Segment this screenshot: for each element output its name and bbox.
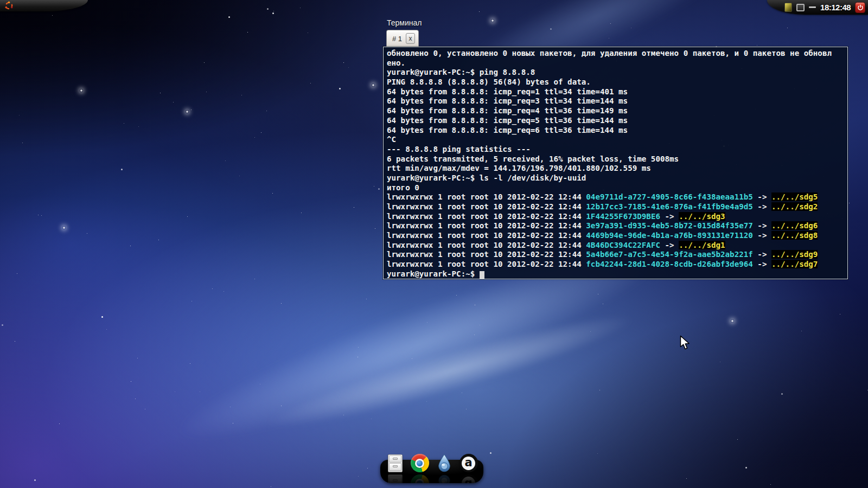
- dock-item-chrome: [411, 474, 429, 483]
- nebula-streak: [261, 296, 640, 447]
- a-letter-icon: a: [459, 474, 478, 483]
- dock-item-file-manager: [386, 474, 405, 483]
- terminal-window-title: Терминал: [383, 17, 848, 30]
- chrome-icon: [411, 454, 429, 472]
- terminal-line: lrwxrwxrwx 1 root root 10 2012-02-22 12:…: [387, 202, 844, 212]
- dock-item-a-app: a: [459, 474, 478, 483]
- bright-star: [372, 84, 375, 87]
- terminal-tab-bar: # 1 x: [383, 30, 848, 47]
- terminal-line: обновлено 0, установлено 0 новых пакетов…: [387, 49, 844, 59]
- terminal-line: lrwxrwxrwx 1 root root 10 2012-02-22 12:…: [387, 231, 844, 241]
- terminal-line: 64 bytes from 8.8.8.8: icmp_req=4 ttl=36…: [387, 106, 844, 116]
- terminal-line: yurark@yurark-PC:~$ ping 8.8.8.8: [387, 68, 844, 78]
- terminal-line: yurark@yurark-PC:~$ ls -l /dev/disk/by-u…: [387, 174, 844, 183]
- terminal-line: ^C: [387, 135, 844, 145]
- terminal-line: lrwxrwxrwx 1 root root 10 2012-02-22 12:…: [387, 260, 844, 269]
- dock-item-deluge: [435, 474, 454, 483]
- terminal-line: lrwxrwxrwx 1 root root 10 2012-02-22 12:…: [387, 241, 844, 251]
- ubuntu-menu-button[interactable]: [4, 1, 14, 11]
- dock-icons: a: [380, 453, 483, 473]
- desktop: 18:12:48 Терминал # 1 x обновлено 0, уст…: [0, 0, 868, 488]
- water-drop-icon: [436, 474, 452, 483]
- power-button[interactable]: [855, 2, 865, 13]
- tray-minimized-window-icon[interactable]: [809, 7, 816, 8]
- terminal-line: PING 8.8.8.8 (8.8.8.8) 56(84) bytes of d…: [387, 78, 844, 87]
- water-drop-icon: [436, 454, 452, 472]
- chrome-icon: [411, 474, 429, 483]
- bright-star: [731, 319, 734, 323]
- ubuntu-logo-icon: [4, 1, 14, 10]
- a-letter-icon: a: [459, 454, 478, 472]
- terminal-tab-label: # 1: [392, 35, 402, 43]
- terminal-line: lrwxrwxrwx 1 root root 10 2012-02-22 12:…: [387, 212, 844, 222]
- bright-star: [186, 110, 189, 113]
- tray-app-thumbnail-icon[interactable]: [784, 3, 792, 12]
- terminal-line: ено.: [387, 59, 844, 68]
- power-icon: [857, 4, 864, 11]
- dock-reflections: a: [380, 474, 483, 483]
- terminal-line: 64 bytes from 8.8.8.8: icmp_req=3 ttl=34…: [387, 97, 844, 106]
- terminal-line: --- 8.8.8.8 ping statistics ---: [387, 145, 844, 155]
- dock-item-chrome[interactable]: [411, 453, 429, 473]
- bright-star: [62, 226, 66, 229]
- panel-clock[interactable]: 18:12:48: [820, 3, 851, 12]
- bright-star: [80, 89, 83, 92]
- terminal-window: Терминал # 1 x обновлено 0, установлено …: [383, 17, 848, 279]
- terminal-line: 64 bytes from 8.8.8.8: icmp_req=1 ttl=34…: [387, 87, 844, 97]
- tray-display-icon[interactable]: [796, 4, 805, 11]
- terminal-tab[interactable]: # 1 x: [386, 30, 419, 47]
- dock-item-deluge[interactable]: [435, 453, 454, 473]
- terminal-line: rtt min/avg/max/mdev = 144.176/196.798/4…: [387, 164, 844, 174]
- terminal-line: 64 bytes from 8.8.8.8: icmp_req=6 ttl=36…: [387, 126, 844, 136]
- dock-item-a-app[interactable]: a: [459, 453, 478, 473]
- terminal-line: 64 bytes from 8.8.8.8: icmp_req=5 ttl=36…: [387, 116, 844, 126]
- dock-item-file-manager[interactable]: [386, 453, 405, 473]
- terminal-output[interactable]: обновлено 0, установлено 0 новых пакетов…: [383, 47, 848, 279]
- file-cabinet-icon: [388, 454, 403, 472]
- terminal-line: yurark@yurark-PC:~$: [387, 269, 844, 279]
- terminal-line: lrwxrwxrwx 1 root root 10 2012-02-22 12:…: [387, 250, 844, 260]
- terminal-line: lrwxrwxrwx 1 root root 10 2012-02-22 12:…: [387, 192, 844, 202]
- terminal-line: 6 packets transmitted, 5 received, 16% p…: [387, 155, 844, 164]
- terminal-line: lrwxrwxrwx 1 root root 10 2012-02-22 12:…: [387, 221, 844, 231]
- file-cabinet-icon: [388, 475, 403, 484]
- dock: a: [380, 453, 483, 488]
- tab-close-button[interactable]: x: [406, 33, 415, 44]
- terminal-line: итого 0: [387, 183, 844, 193]
